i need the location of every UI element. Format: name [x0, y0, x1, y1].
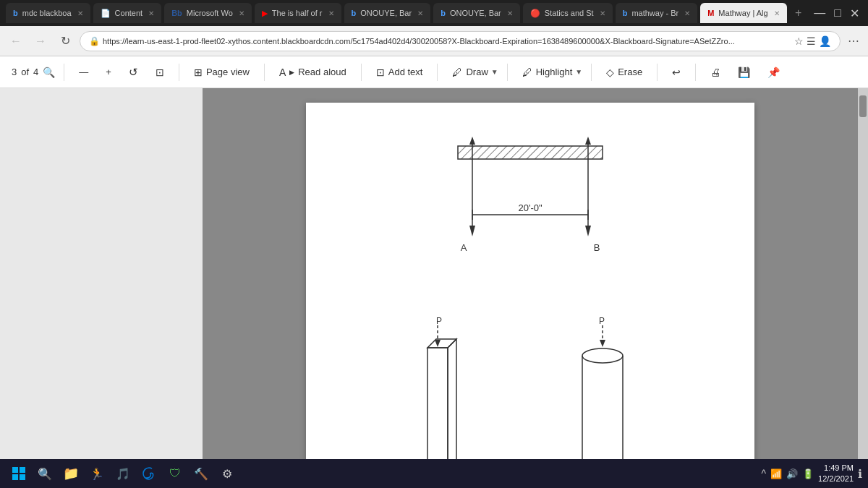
forward-button[interactable]: →	[30, 31, 51, 51]
tab-onouye1[interactable]: b ONOUYE, Bar ✕	[344, 3, 431, 23]
chevron-up-icon[interactable]: ^	[761, 468, 766, 479]
fit-button[interactable]: ⊡	[150, 63, 170, 82]
svg-rect-31	[20, 474, 25, 480]
favorites-icon[interactable]: ☆	[794, 35, 804, 47]
separator5	[437, 64, 438, 81]
tab-mathway-br[interactable]: b mathway - Br ✕	[616, 3, 698, 23]
address-bar[interactable]: 🔒 https://learn-us-east-1-prod-fleet02-x…	[80, 31, 841, 51]
pdf-viewer[interactable]: 20'-0" A B	[203, 88, 858, 459]
refresh-button[interactable]: ↻	[55, 31, 75, 51]
tab-close-icon[interactable]: ✕	[148, 9, 154, 17]
tab-mdc-blackboard[interactable]: b mdc blackboa ✕	[6, 3, 90, 23]
svg-marker-22	[600, 340, 605, 347]
left-panel	[0, 88, 203, 459]
zoom-plus-icon: +	[106, 67, 111, 77]
tab-youtube[interactable]: ▶ The is half of r ✕	[255, 3, 341, 23]
taskbar-edge-icon[interactable]	[136, 461, 162, 487]
svg-rect-15	[427, 348, 448, 459]
profile-icon[interactable]: 👤	[819, 35, 831, 47]
tab-close-icon[interactable]: ✕	[774, 9, 780, 17]
extensions-icon[interactable]: ⋯	[845, 31, 862, 51]
tab-close-icon[interactable]: ✕	[417, 9, 423, 17]
tab-label: Content	[115, 9, 143, 17]
save-button[interactable]: 💾	[732, 63, 756, 82]
column-b-load-label: P	[599, 316, 605, 326]
erase-button[interactable]: ◇ Erase	[600, 63, 648, 82]
tab-statics[interactable]: 🔴 Statics and St ✕	[523, 3, 613, 23]
taskbar-settings-icon[interactable]: ⚙	[214, 461, 240, 487]
highlight-button[interactable]: 🖊 Highlight	[516, 63, 574, 82]
scrollbar-right[interactable]	[858, 88, 868, 459]
tab-mathway-alg[interactable]: M Mathway | Alg ✕	[700, 3, 786, 23]
new-tab-button[interactable]: +	[790, 4, 807, 22]
page-view-button[interactable]: ⊞ Page view	[188, 63, 255, 82]
close-button[interactable]: ✕	[847, 4, 862, 23]
volume-icon[interactable]: 🔊	[786, 468, 798, 479]
page-total: 4	[33, 67, 38, 77]
zoom-minus-button[interactable]: —	[73, 63, 94, 81]
zoom-plus-button[interactable]: +	[100, 63, 117, 81]
maximize-button[interactable]: □	[831, 4, 844, 22]
svg-marker-3	[469, 226, 475, 236]
columns-diagram: P	[414, 315, 646, 459]
highlight-caret-icon[interactable]: ▼	[575, 68, 582, 76]
tab-close-icon[interactable]: ✕	[600, 9, 605, 17]
minimize-button[interactable]: —	[811, 4, 828, 22]
add-text-label: Add text	[388, 67, 423, 77]
separator2	[179, 64, 179, 81]
tab-close-icon[interactable]: ✕	[507, 9, 513, 17]
pin-icon: 📌	[767, 67, 780, 78]
undo-button[interactable]: ↩	[666, 63, 686, 82]
tab-label: mathway - Br	[631, 9, 678, 17]
scrollbar-thumb[interactable]	[859, 95, 867, 117]
erase-icon: ◇	[606, 67, 614, 78]
separator8	[657, 64, 658, 81]
system-clock[interactable]: 1:49 PM 12/2/2021	[818, 463, 854, 485]
diagram-container: 20'-0" A B	[335, 132, 726, 459]
separator6	[507, 64, 508, 81]
collections-icon[interactable]: ☰	[807, 35, 816, 47]
draw-icon: 🖊	[452, 67, 462, 78]
draw-button-group[interactable]: 🖊 Draw ▼	[446, 63, 498, 82]
taskbar-shield-icon[interactable]: 🛡	[162, 461, 188, 487]
add-text-icon: ⊡	[376, 67, 385, 78]
add-text-button[interactable]: ⊡ Add text	[370, 63, 429, 82]
rotate-button[interactable]: ↺	[123, 62, 144, 82]
url-text: https://learn-us-east-1-prod-fleet02-xyt…	[103, 37, 790, 46]
wifi-icon[interactable]: 📶	[770, 468, 782, 479]
back-button[interactable]: ←	[6, 31, 26, 51]
search-button[interactable]: 🔍	[43, 67, 55, 78]
span-label: 20'-0"	[518, 202, 542, 213]
taskbar-tool-icon[interactable]: 🔨	[188, 461, 214, 487]
start-button[interactable]	[6, 461, 32, 487]
save-icon: 💾	[738, 67, 750, 78]
svg-rect-30	[12, 474, 18, 480]
tab-content[interactable]: 📄 Content ✕	[93, 3, 162, 23]
highlight-button-group[interactable]: 🖊 Highlight ▼	[516, 63, 583, 82]
draw-button[interactable]: 🖊 Draw	[446, 63, 489, 82]
taskbar-media-icon[interactable]: 🎵	[110, 461, 136, 487]
tab-label: The is half of r	[272, 9, 323, 17]
taskbar-file-explorer[interactable]: 📁	[58, 461, 84, 487]
share-button[interactable]: 🖨	[705, 63, 726, 82]
tab-close-icon[interactable]: ✕	[77, 9, 83, 17]
battery-icon: 🔋	[802, 468, 814, 479]
address-bar-row: ← → ↻ 🔒 https://learn-us-east-1-prod-fle…	[0, 26, 868, 56]
beam-svg: 20'-0" A B	[414, 132, 646, 276]
notification-icon[interactable]: ℹ	[858, 467, 862, 481]
draw-caret-icon[interactable]: ▼	[491, 68, 498, 76]
tab-microsoft-word[interactable]: Bb Microsoft Wo ✕	[164, 3, 252, 23]
tab-label: ONOUYE, Bar	[360, 9, 412, 17]
tab-close-icon[interactable]: ✕	[328, 9, 334, 17]
taskbar-search-icon[interactable]: 🔍	[32, 461, 58, 487]
tab-close-icon[interactable]: ✕	[239, 9, 244, 17]
highlight-label: Highlight	[536, 67, 573, 77]
svg-marker-17	[448, 339, 456, 459]
tab-onouye2[interactable]: b ONOUYE, Bar ✕	[433, 3, 520, 23]
tab-close-icon[interactable]: ✕	[684, 9, 690, 17]
draw-label: Draw	[466, 67, 488, 77]
read-aloud-button[interactable]: A ▶ Read aloud	[273, 63, 352, 82]
taskbar-run-icon[interactable]: 🏃	[84, 461, 110, 487]
pdf-page: 20'-0" A B	[306, 103, 754, 459]
pin-button[interactable]: 📌	[762, 63, 786, 82]
